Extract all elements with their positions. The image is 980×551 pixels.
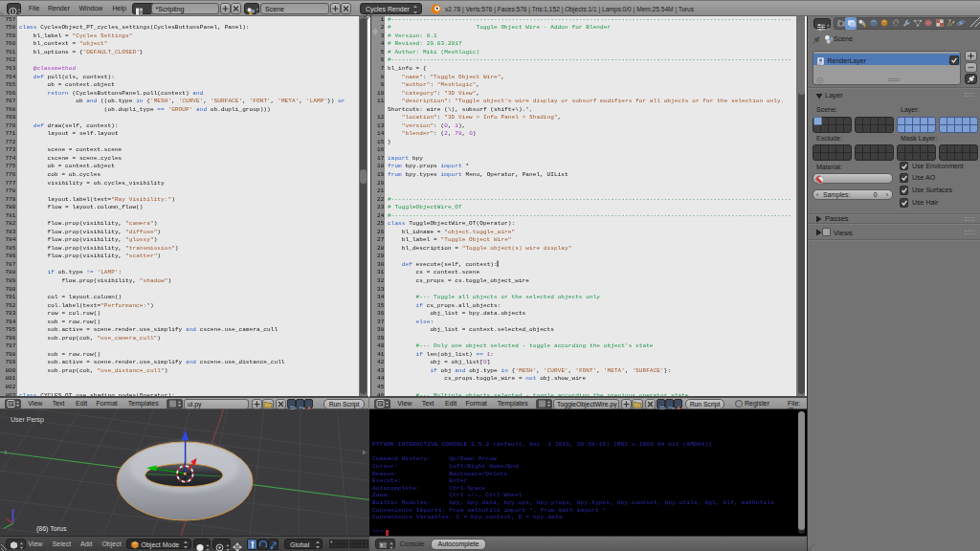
svg-text:(86) Torus: (86) Torus xyxy=(36,525,67,533)
svg-text:User Persp: User Persp xyxy=(11,416,44,424)
